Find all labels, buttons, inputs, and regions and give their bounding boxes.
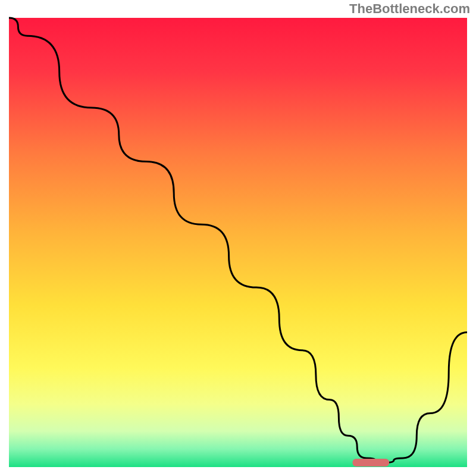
watermark-label: TheBottleneck.com: [349, 1, 470, 17]
chart-plot: [0, 0, 476, 476]
gradient-background: [9, 18, 467, 467]
optimal-range-marker: [353, 459, 390, 466]
chart-container: TheBottleneck.com: [0, 0, 476, 476]
